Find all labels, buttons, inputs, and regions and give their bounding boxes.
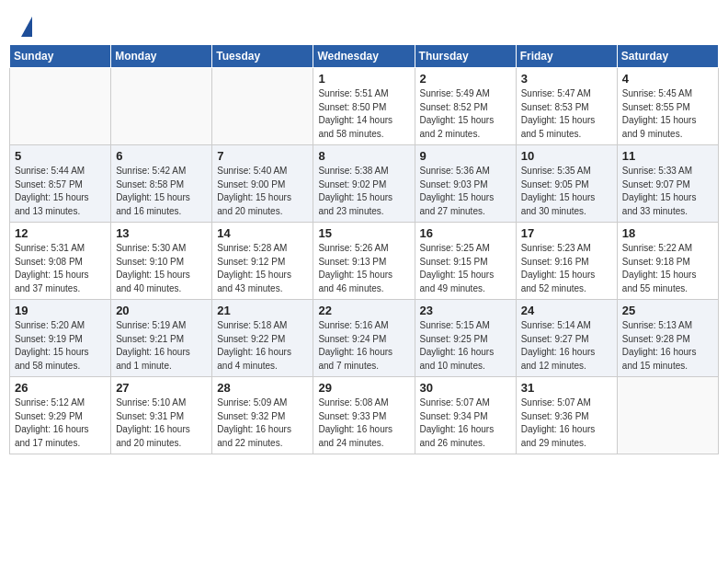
day-number: 24	[521, 304, 612, 317]
day-number: 12	[15, 226, 106, 240]
day-info: Sunrise: 5:30 AM Sunset: 9:10 PM Dayligh…	[116, 242, 207, 295]
calendar-cell: 24Sunrise: 5:14 AM Sunset: 9:27 PM Dayli…	[516, 300, 617, 377]
day-info: Sunrise: 5:33 AM Sunset: 9:07 PM Dayligh…	[622, 165, 713, 218]
calendar-cell: 13Sunrise: 5:30 AM Sunset: 9:10 PM Dayli…	[111, 223, 212, 300]
day-number: 22	[318, 304, 409, 317]
day-info: Sunrise: 5:07 AM Sunset: 9:36 PM Dayligh…	[521, 396, 612, 450]
calendar-cell: 29Sunrise: 5:08 AM Sunset: 9:33 PM Dayli…	[313, 377, 415, 454]
day-info: Sunrise: 5:49 AM Sunset: 8:52 PM Dayligh…	[420, 87, 511, 141]
day-number: 14	[217, 226, 308, 240]
day-number: 27	[116, 381, 207, 395]
day-info: Sunrise: 5:09 AM Sunset: 9:32 PM Dayligh…	[217, 396, 308, 450]
calendar-cell: 18Sunrise: 5:22 AM Sunset: 9:18 PM Dayli…	[617, 223, 718, 300]
day-info: Sunrise: 5:51 AM Sunset: 8:50 PM Dayligh…	[318, 87, 409, 141]
page-header	[9, 9, 719, 44]
day-info: Sunrise: 5:26 AM Sunset: 9:13 PM Dayligh…	[318, 242, 409, 295]
day-number: 20	[116, 304, 207, 317]
calendar-cell: 19Sunrise: 5:20 AM Sunset: 9:19 PM Dayli…	[10, 300, 111, 377]
day-number: 4	[622, 72, 713, 86]
day-info: Sunrise: 5:12 AM Sunset: 9:29 PM Dayligh…	[15, 396, 106, 450]
calendar-cell: 15Sunrise: 5:26 AM Sunset: 9:13 PM Dayli…	[313, 223, 415, 300]
day-number: 30	[420, 381, 511, 395]
weekday-header-monday: Monday	[111, 45, 212, 68]
day-number: 3	[521, 72, 612, 86]
day-number: 5	[15, 149, 106, 163]
day-info: Sunrise: 5:28 AM Sunset: 9:12 PM Dayligh…	[217, 242, 308, 295]
calendar-cell: 1Sunrise: 5:51 AM Sunset: 8:50 PM Daylig…	[313, 68, 415, 145]
calendar-cell: 2Sunrise: 5:49 AM Sunset: 8:52 PM Daylig…	[415, 68, 516, 145]
calendar-cell: 9Sunrise: 5:36 AM Sunset: 9:03 PM Daylig…	[415, 145, 516, 223]
calendar-cell	[111, 68, 212, 145]
calendar-cell: 16Sunrise: 5:25 AM Sunset: 9:15 PM Dayli…	[415, 223, 516, 300]
day-info: Sunrise: 5:42 AM Sunset: 8:58 PM Dayligh…	[116, 165, 207, 218]
day-number: 7	[217, 149, 308, 163]
day-number: 29	[318, 381, 409, 395]
day-number: 25	[622, 304, 713, 317]
day-number: 13	[116, 226, 207, 240]
day-info: Sunrise: 5:36 AM Sunset: 9:03 PM Dayligh…	[420, 165, 511, 218]
day-number: 1	[318, 72, 409, 86]
weekday-header-saturday: Saturday	[617, 45, 718, 68]
day-info: Sunrise: 5:31 AM Sunset: 9:08 PM Dayligh…	[15, 242, 106, 295]
day-number: 2	[420, 72, 511, 86]
calendar-cell: 27Sunrise: 5:10 AM Sunset: 9:31 PM Dayli…	[111, 377, 212, 454]
day-number: 23	[420, 304, 511, 317]
calendar-cell: 8Sunrise: 5:38 AM Sunset: 9:02 PM Daylig…	[313, 145, 415, 223]
day-number: 9	[420, 149, 511, 163]
day-info: Sunrise: 5:44 AM Sunset: 8:57 PM Dayligh…	[15, 165, 106, 218]
day-number: 26	[15, 381, 106, 395]
calendar-cell	[212, 68, 313, 145]
day-info: Sunrise: 5:07 AM Sunset: 9:34 PM Dayligh…	[420, 396, 511, 450]
calendar-cell: 25Sunrise: 5:13 AM Sunset: 9:28 PM Dayli…	[617, 300, 718, 377]
weekday-header-sunday: Sunday	[10, 45, 111, 68]
day-info: Sunrise: 5:35 AM Sunset: 9:05 PM Dayligh…	[521, 165, 612, 218]
calendar-cell: 17Sunrise: 5:23 AM Sunset: 9:16 PM Dayli…	[516, 223, 617, 300]
logo-triangle-icon	[21, 17, 32, 37]
calendar-cell	[10, 68, 111, 145]
calendar-cell: 28Sunrise: 5:09 AM Sunset: 9:32 PM Dayli…	[212, 377, 313, 454]
day-info: Sunrise: 5:14 AM Sunset: 9:27 PM Dayligh…	[521, 319, 612, 373]
day-info: Sunrise: 5:10 AM Sunset: 9:31 PM Dayligh…	[116, 396, 207, 450]
weekday-header-thursday: Thursday	[415, 45, 516, 68]
day-info: Sunrise: 5:47 AM Sunset: 8:53 PM Dayligh…	[521, 87, 612, 141]
calendar-cell: 7Sunrise: 5:40 AM Sunset: 9:00 PM Daylig…	[212, 145, 313, 223]
day-number: 17	[521, 226, 612, 240]
day-number: 10	[521, 149, 612, 163]
day-info: Sunrise: 5:40 AM Sunset: 9:00 PM Dayligh…	[217, 165, 308, 218]
day-info: Sunrise: 5:38 AM Sunset: 9:02 PM Dayligh…	[318, 165, 409, 218]
day-number: 28	[217, 381, 308, 395]
calendar-cell: 10Sunrise: 5:35 AM Sunset: 9:05 PM Dayli…	[516, 145, 617, 223]
day-info: Sunrise: 5:23 AM Sunset: 9:16 PM Dayligh…	[521, 242, 612, 295]
day-info: Sunrise: 5:22 AM Sunset: 9:18 PM Dayligh…	[622, 242, 713, 295]
day-number: 31	[521, 381, 612, 395]
calendar-cell: 11Sunrise: 5:33 AM Sunset: 9:07 PM Dayli…	[617, 145, 718, 223]
day-number: 21	[217, 304, 308, 317]
day-number: 8	[318, 149, 409, 163]
calendar-cell: 14Sunrise: 5:28 AM Sunset: 9:12 PM Dayli…	[212, 223, 313, 300]
calendar-cell: 3Sunrise: 5:47 AM Sunset: 8:53 PM Daylig…	[516, 68, 617, 145]
day-number: 19	[15, 304, 106, 317]
day-number: 11	[622, 149, 713, 163]
day-info: Sunrise: 5:20 AM Sunset: 9:19 PM Dayligh…	[15, 319, 106, 373]
calendar-cell: 12Sunrise: 5:31 AM Sunset: 9:08 PM Dayli…	[10, 223, 111, 300]
calendar-cell: 20Sunrise: 5:19 AM Sunset: 9:21 PM Dayli…	[111, 300, 212, 377]
calendar-cell: 31Sunrise: 5:07 AM Sunset: 9:36 PM Dayli…	[516, 377, 617, 454]
day-info: Sunrise: 5:08 AM Sunset: 9:33 PM Dayligh…	[318, 396, 409, 450]
calendar-cell: 4Sunrise: 5:45 AM Sunset: 8:55 PM Daylig…	[617, 68, 718, 145]
day-info: Sunrise: 5:16 AM Sunset: 9:24 PM Dayligh…	[318, 319, 409, 373]
weekday-header-wednesday: Wednesday	[313, 45, 415, 68]
day-info: Sunrise: 5:25 AM Sunset: 9:15 PM Dayligh…	[420, 242, 511, 295]
day-number: 16	[420, 226, 511, 240]
weekday-header-friday: Friday	[516, 45, 617, 68]
day-info: Sunrise: 5:13 AM Sunset: 9:28 PM Dayligh…	[622, 319, 713, 373]
calendar-cell: 5Sunrise: 5:44 AM Sunset: 8:57 PM Daylig…	[10, 145, 111, 223]
calendar-cell: 21Sunrise: 5:18 AM Sunset: 9:22 PM Dayli…	[212, 300, 313, 377]
day-info: Sunrise: 5:18 AM Sunset: 9:22 PM Dayligh…	[217, 319, 308, 373]
day-info: Sunrise: 5:45 AM Sunset: 8:55 PM Dayligh…	[622, 87, 713, 141]
day-number: 15	[318, 226, 409, 240]
calendar-cell: 26Sunrise: 5:12 AM Sunset: 9:29 PM Dayli…	[10, 377, 111, 454]
day-info: Sunrise: 5:19 AM Sunset: 9:21 PM Dayligh…	[116, 319, 207, 373]
calendar-cell	[617, 377, 718, 454]
calendar-cell: 23Sunrise: 5:15 AM Sunset: 9:25 PM Dayli…	[415, 300, 516, 377]
day-number: 18	[622, 226, 713, 240]
